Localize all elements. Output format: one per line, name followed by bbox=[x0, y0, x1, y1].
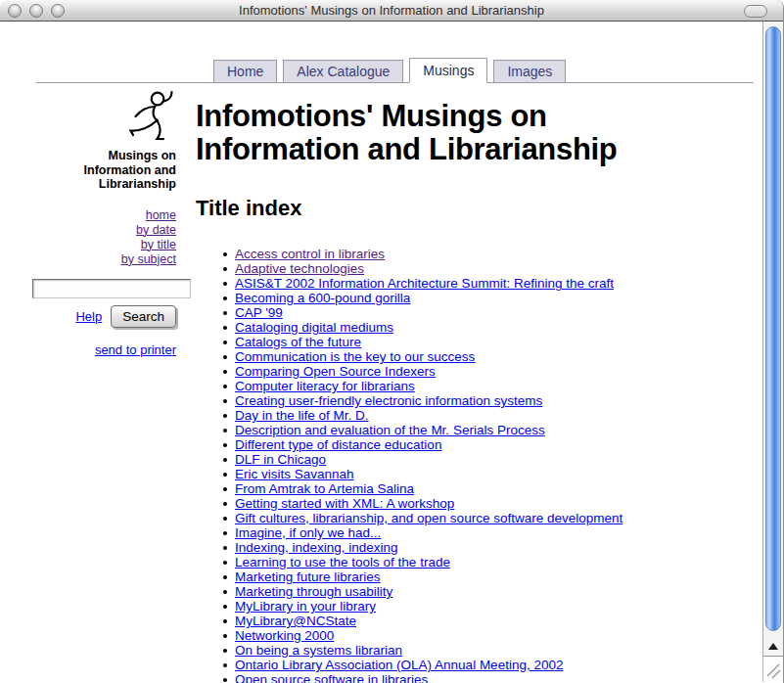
title-link[interactable]: Catalogs of the future bbox=[235, 335, 361, 349]
title-link[interactable]: Marketing future libraries bbox=[235, 569, 381, 584]
title-link[interactable]: Open source software in libraries bbox=[235, 672, 428, 683]
list-item: Ontario Library Association (OLA) Annual… bbox=[223, 658, 759, 672]
sidebar-site-title: Musings on Information and Librarianship bbox=[34, 149, 176, 192]
search-button[interactable]: Search bbox=[111, 305, 176, 328]
sidebar-link-by-title[interactable]: by title bbox=[34, 238, 176, 252]
list-item: ASIS&T 2002 Information Architecture Sum… bbox=[223, 276, 759, 291]
main-content: Infomotions' Musings on Information and … bbox=[196, 100, 759, 683]
title-link[interactable]: Eric visits Savannah bbox=[235, 467, 354, 481]
title-link[interactable]: Computer literacy for librarians bbox=[235, 379, 415, 393]
sidebar: Musings on Information and Librarianship… bbox=[34, 90, 176, 358]
list-item: Description and evaluation of the Mr. Se… bbox=[223, 423, 759, 437]
title-link[interactable]: Imagine, if only we had... bbox=[235, 525, 381, 540]
title-link[interactable]: CAP '99 bbox=[235, 305, 283, 320]
title-link[interactable]: Becoming a 600-pound gorilla bbox=[235, 291, 410, 305]
title-link[interactable]: Indexing, indexing, indexing bbox=[235, 540, 398, 555]
title-link[interactable]: DLF in Chicago bbox=[235, 452, 326, 467]
tab-musings[interactable]: Musings bbox=[409, 58, 487, 83]
search-input[interactable] bbox=[32, 279, 191, 298]
list-item: Cataloging digital mediums bbox=[223, 320, 759, 335]
toolbar-toggle-button[interactable] bbox=[744, 5, 767, 18]
help-link[interactable]: Help bbox=[75, 309, 102, 324]
list-item: CAP '99 bbox=[223, 305, 759, 320]
list-item: Communication is the key to our success bbox=[223, 349, 759, 364]
list-item: Learning to use the tools of the trade bbox=[223, 555, 759, 569]
send-to-printer-link[interactable]: send to printer bbox=[95, 342, 176, 357]
title-link[interactable]: MyLibrary in your library bbox=[235, 599, 376, 614]
browser-content: HomeAlex CatalogueMusingsImages Musings … bbox=[0, 22, 783, 682]
list-item: Getting started with XML: A workshop bbox=[223, 496, 759, 511]
title-link[interactable]: Learning to use the tools of the trade bbox=[235, 555, 450, 569]
tab-images[interactable]: Images bbox=[493, 60, 566, 82]
list-item: From Amtrak to Artemia Salina bbox=[223, 481, 759, 496]
window-title: Infomotions' Musings on Information and … bbox=[0, 3, 783, 18]
title-link[interactable]: Adaptive technologies bbox=[235, 261, 364, 276]
title-link[interactable]: Cataloging digital mediums bbox=[235, 320, 393, 335]
title-link[interactable]: Getting started with XML: A workshop bbox=[235, 496, 454, 511]
title-link[interactable]: Networking 2000 bbox=[235, 628, 334, 643]
title-link[interactable]: Creating user-friendly electronic inform… bbox=[235, 393, 542, 408]
list-item: Indexing, indexing, indexing bbox=[223, 540, 759, 555]
title-link[interactable]: On being a systems librarian bbox=[235, 643, 402, 658]
tab-alex-catalogue[interactable]: Alex Catalogue bbox=[283, 60, 403, 82]
list-item: MyLibrary@NCState bbox=[223, 614, 759, 628]
vertical-scrollbar[interactable] bbox=[762, 22, 783, 656]
scroll-up-arrow[interactable] bbox=[763, 638, 783, 654]
title-link[interactable]: ASIS&T 2002 Information Architecture Sum… bbox=[235, 276, 614, 291]
web-page: HomeAlex CatalogueMusingsImages Musings … bbox=[0, 22, 761, 682]
title-link[interactable]: Ontario Library Association (OLA) Annual… bbox=[235, 658, 563, 672]
scrollbar-thumb[interactable] bbox=[765, 26, 781, 631]
list-item: Becoming a 600-pound gorilla bbox=[223, 291, 759, 305]
list-item: Creating user-friendly electronic inform… bbox=[223, 393, 759, 408]
title-link[interactable]: Day in the life of Mr. D. bbox=[235, 408, 369, 423]
list-item: On being a systems librarian bbox=[223, 643, 759, 658]
title-link[interactable]: Communication is the key to our success bbox=[235, 349, 475, 364]
list-item: DLF in Chicago bbox=[223, 452, 759, 467]
title-index-list: Access control in librariesAdaptive tech… bbox=[196, 247, 759, 683]
title-link[interactable]: From Amtrak to Artemia Salina bbox=[235, 481, 414, 496]
list-item: Eric visits Savannah bbox=[223, 467, 759, 481]
sidebar-nav: homeby dateby titleby subject bbox=[34, 208, 176, 267]
list-item: Access control in libraries bbox=[223, 247, 759, 261]
list-item: Computer literacy for librarians bbox=[223, 379, 759, 393]
page-title: Infomotions' Musings on Information and … bbox=[196, 100, 759, 166]
list-item: Gift cultures, librarianship, and open s… bbox=[223, 511, 759, 525]
list-item: Marketing through usability bbox=[223, 584, 759, 599]
list-item: Imagine, if only we had... bbox=[223, 525, 759, 540]
title-link[interactable]: Gift cultures, librarianship, and open s… bbox=[235, 511, 623, 525]
title-link[interactable]: MyLibrary@NCState bbox=[235, 614, 356, 628]
window-resize-grip[interactable] bbox=[762, 656, 783, 682]
list-item: MyLibrary in your library bbox=[223, 599, 759, 614]
leaping-figure-logo[interactable] bbox=[34, 90, 176, 141]
browser-window: Infomotions' Musings on Information and … bbox=[0, 0, 784, 683]
sidebar-link-home[interactable]: home bbox=[34, 208, 176, 223]
search-form: Help Search bbox=[34, 279, 176, 328]
list-item: Day in the life of Mr. D. bbox=[223, 408, 759, 423]
title-link[interactable]: Different type of distance education bbox=[235, 437, 441, 452]
list-item: Networking 2000 bbox=[223, 628, 759, 643]
section-heading: Title index bbox=[196, 196, 759, 221]
tab-home[interactable]: Home bbox=[213, 60, 277, 82]
list-item: Different type of distance education bbox=[223, 437, 759, 452]
title-link[interactable]: Comparing Open Source Indexers bbox=[235, 364, 436, 379]
sidebar-link-by-date[interactable]: by date bbox=[34, 223, 176, 238]
tab-strip: HomeAlex CatalogueMusingsImages bbox=[36, 57, 754, 83]
list-item: Marketing future libraries bbox=[223, 569, 759, 584]
sidebar-link-by-subject[interactable]: by subject bbox=[34, 252, 176, 267]
list-item: Comparing Open Source Indexers bbox=[223, 364, 759, 379]
list-item: Adaptive technologies bbox=[223, 261, 759, 276]
window-titlebar: Infomotions' Musings on Information and … bbox=[0, 0, 783, 22]
up-arrow-icon bbox=[768, 643, 778, 650]
title-link[interactable]: Access control in libraries bbox=[235, 247, 385, 261]
list-item: Open source software in libraries bbox=[223, 672, 759, 683]
title-link[interactable]: Marketing through usability bbox=[235, 584, 392, 599]
title-link[interactable]: Description and evaluation of the Mr. Se… bbox=[235, 423, 545, 437]
list-item: Catalogs of the future bbox=[223, 335, 759, 349]
